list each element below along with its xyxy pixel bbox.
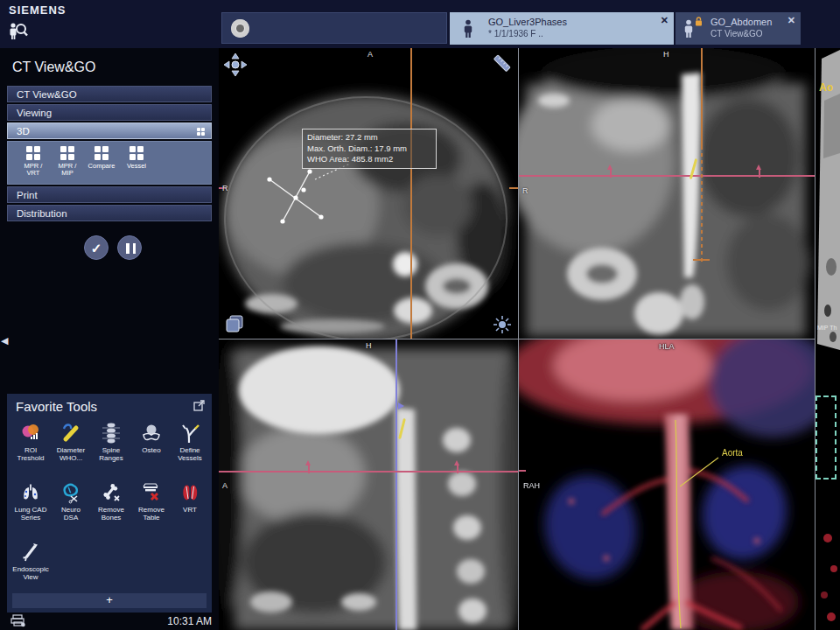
tool-remove-table[interactable]: Remove Table [131,481,172,522]
favorite-tools-title: Favorite Tools [16,399,97,414]
add-tool-button[interactable]: + [12,593,206,608]
preset-grid-icon [60,146,74,160]
crosshair-vertical-orange[interactable] [410,48,412,340]
tool-osteo[interactable]: Osteo [131,422,172,454]
orientation-label-left: RAH [523,481,540,490]
crosshair-vertical-purple[interactable] [396,340,397,630]
sagittal-ct-image[interactable] [219,340,519,630]
vrt-3d-image[interactable] [519,340,816,630]
preset-compare[interactable]: Compare [83,146,120,170]
pink-arrow-stem [610,170,612,178]
menu-item-ct-viewgo[interactable]: CT View&GO [7,86,212,102]
tool-roi-threshold[interactable]: ROI Treshold [10,422,51,462]
close-icon[interactable]: ✕ [788,15,795,26]
osteo-icon [140,422,163,444]
tab-title: GO_Liver3Phases [488,17,567,27]
preset-grid-icon [130,146,144,160]
undock-icon[interactable] [193,400,205,411]
tool-neuro-dsa[interactable]: Neuro DSA [51,481,91,522]
crosshair-vertical-orange[interactable] [701,48,703,146]
printer-status-icon[interactable] [10,614,26,627]
crosshair-horizontal-pink[interactable] [519,175,816,177]
coronal-ct-image[interactable] [519,48,816,340]
tool-endoscopic-view[interactable]: Endoscopic View [10,541,51,581]
image-area: Diameter: 27.2 mm Max. Orth. Diam.: 17.9… [219,48,840,630]
ruler-icon[interactable] [491,52,514,74]
confirm-button[interactable]: ✓ [84,235,108,260]
preset-mpr-mip[interactable]: MPR / MIP [49,146,86,177]
orientation-label-top: HLA [659,342,675,351]
measurement-annotation[interactable]: Diameter: 27.2 mm Max. Orth. Diam.: 17.9… [302,129,437,169]
vrt-icon [178,481,201,504]
crosshair-horizontal-pink[interactable] [219,471,519,472]
orientation-label-top: H [366,341,372,350]
viewport-divider-horizontal [219,339,816,340]
pause-icon [126,243,136,254]
favorite-tools-panel: Favorite Tools ROI Treshold [7,394,212,612]
remove-bones-icon [100,481,122,504]
tool-spine-ranges[interactable]: Spine Ranges [91,422,131,462]
siemens-logo: SIEMENS [9,4,66,17]
viewport-coronal[interactable]: H R [519,48,816,340]
clock: 10:31 AM [167,615,212,627]
crosshair-tick-pink [519,470,526,472]
neuro-dsa-icon [60,481,82,504]
menu-item-distribution[interactable]: Distribution [7,205,212,221]
purple-arrow-head [398,402,404,410]
menu-item-print[interactable]: Print [7,186,212,203]
pink-arrow-stem [308,466,310,473]
selection-frame[interactable] [816,396,836,480]
patient-icon [682,19,695,38]
tab-go-liver3phases[interactable]: GO_Liver3Phases * 1/1/1936 F .. ✕ [450,12,674,45]
menu-item-3d[interactable]: 3D [7,122,212,139]
series-stack-icon[interactable] [224,313,245,334]
pink-arrow-stem [457,466,458,473]
tool-diameter-who[interactable]: Diameter WHO... [51,422,91,462]
page-title: CT View&GO [12,60,95,75]
endoscopic-view-icon [19,541,42,564]
windowing-icon[interactable] [493,315,512,334]
pink-arrow-head [454,460,459,466]
top-bar: SIEMENS GO_Liver3Phases * 1/1/1936 F .. … [0,0,840,48]
preset-grid-icon [26,146,40,160]
capture-toolbar [221,12,447,44]
viewport-side-strip[interactable]: Ao MIP Th [816,48,840,630]
pink-arrow-head [607,164,612,170]
sidebar: CT View&GO CT View&GO Viewing 3D MPR / V… [0,48,219,630]
menu-item-viewing[interactable]: Viewing [7,104,212,121]
layout-grid-icon [197,128,205,136]
diameter-who-icon [60,422,82,444]
patient-icon [462,19,474,38]
tool-vrt[interactable]: VRT [170,481,210,514]
strip-vessel-label: Ao [819,81,833,94]
close-icon[interactable]: ✕ [661,15,668,26]
axial-ct-image[interactable] [219,48,519,340]
preset-grid-icon [94,146,108,160]
preset-mpr-vrt[interactable]: MPR / VRT [15,146,52,177]
tool-lung-cad-series[interactable]: Lung CAD Series [10,481,51,522]
sidebar-collapse-arrow[interactable]: ◀ [1,335,8,346]
crosshair-vertical-orange-dashed[interactable] [701,146,703,262]
preset-vessel[interactable]: Vessel [118,146,155,170]
viewport-vrt-3d[interactable]: Aorta HLA RAH [519,340,816,630]
pan-icon[interactable] [223,52,248,77]
tab-subtitle: * 1/1/1936 F .. [488,29,543,38]
strip-ct-image[interactable] [816,48,840,630]
tool-remove-bones[interactable]: Remove Bones [91,481,131,522]
pause-button[interactable] [117,235,142,260]
pink-arrow-head [756,164,761,170]
viewport-sagittal[interactable]: H A [219,340,519,630]
vessel-label[interactable]: Aorta [722,448,743,458]
tool-define-vessels[interactable]: Define Vessels [170,422,210,462]
record-icon[interactable] [231,19,249,38]
crosshair-tick-orange [693,259,710,261]
pink-arrow-head [305,460,311,466]
tab-go-abdomen[interactable]: GO_Abdomen CT View&GO ✕ [676,12,801,45]
orientation-label-top: H [663,50,669,59]
spine-ranges-icon [100,422,122,444]
remove-table-icon [140,481,163,504]
orientation-label-left: A [222,481,228,490]
patient-browser-icon[interactable] [8,21,29,42]
tab-subtitle: CT View&GO [710,29,763,38]
viewport-axial[interactable]: Diameter: 27.2 mm Max. Orth. Diam.: 17.9… [219,48,519,340]
